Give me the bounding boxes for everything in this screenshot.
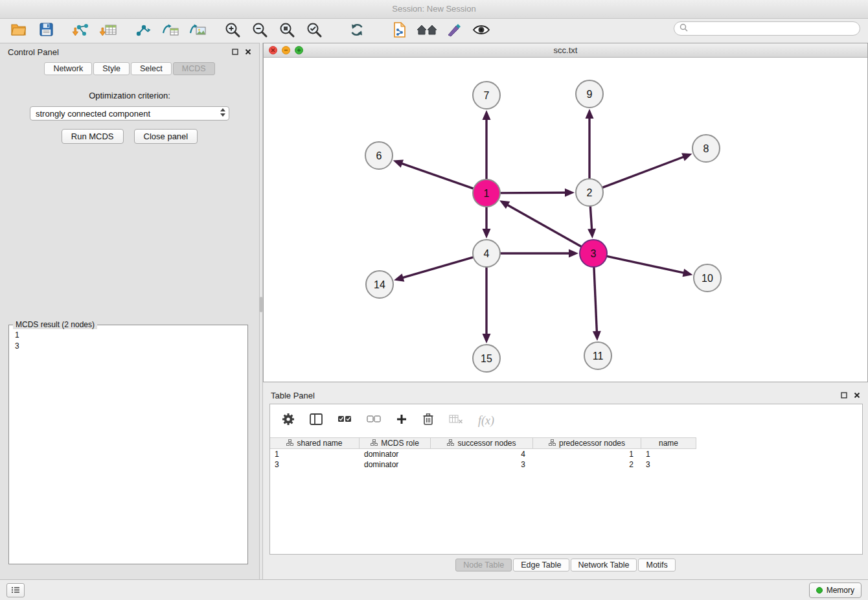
column-chooser-button[interactable] (310, 413, 323, 428)
delete-table-button[interactable] (449, 414, 463, 427)
minimize-window-button[interactable] (282, 46, 290, 54)
select-all-button[interactable] (337, 415, 352, 426)
graph-edge-3-11[interactable] (594, 267, 597, 332)
graph-node-label-3: 3 (591, 248, 597, 259)
memory-button[interactable]: Memory (809, 583, 862, 598)
new-network-button[interactable] (130, 21, 157, 41)
network-window-titlebar[interactable]: scc.txt (264, 43, 867, 58)
add-column-button[interactable] (396, 413, 407, 428)
column-label: predecessor nodes (559, 439, 625, 448)
splitter-grip[interactable] (260, 297, 262, 312)
import-network-button[interactable] (67, 21, 95, 41)
node-table: f(x) shared name MCDS role successor nod… (269, 404, 863, 555)
save-session-button[interactable] (32, 21, 60, 41)
graph-edge-3-10[interactable] (607, 256, 685, 273)
trash-icon (422, 417, 434, 428)
zoom-out-button[interactable] (246, 21, 273, 41)
cell-name[interactable]: 3 (641, 460, 696, 469)
plus-icon (396, 416, 407, 427)
search-box[interactable] (674, 21, 860, 36)
close-panel-icon[interactable] (245, 47, 251, 57)
column-header-mcds-role[interactable]: MCDS role (360, 438, 431, 448)
tab-edge-table[interactable]: Edge Table (513, 559, 569, 571)
table-settings-button[interactable] (282, 413, 295, 428)
clone-network-button[interactable] (157, 21, 184, 41)
cell-mcds-role[interactable]: dominator (360, 450, 431, 459)
window-titlebar[interactable]: Session: New Session (0, 0, 868, 19)
close-table-panel-icon[interactable] (854, 391, 860, 400)
zoom-in-icon (224, 21, 241, 41)
column-header-successor-nodes[interactable]: successor nodes (431, 438, 533, 448)
table-row[interactable]: 1 dominator 4 1 1 (270, 449, 862, 459)
graph-edge-1-6[interactable] (401, 163, 474, 189)
float-panel-icon[interactable] (232, 47, 238, 57)
checked-boxes-icon (337, 415, 352, 426)
graph-node-label-14: 14 (374, 279, 385, 290)
column-header-shared-name[interactable]: shared name (270, 438, 360, 448)
open-session-button[interactable] (5, 21, 32, 41)
cell-shared-name[interactable]: 3 (270, 460, 360, 469)
tab-mcds[interactable]: MCDS (173, 62, 215, 75)
graph-edge-arrow (483, 110, 491, 120)
tab-motifs[interactable]: Motifs (638, 559, 675, 571)
mcds-result-item: 3 (15, 341, 242, 352)
cell-successor-nodes[interactable]: 4 (431, 450, 533, 459)
tab-node-table[interactable]: Node Table (455, 559, 512, 571)
maximize-window-button[interactable] (295, 46, 303, 54)
application-window: Session: New Session (0, 0, 868, 600)
zoom-selected-button[interactable] (301, 21, 328, 41)
mcds-result-item: 1 (15, 330, 242, 341)
task-history-button[interactable] (6, 583, 25, 597)
first-neighbors-button[interactable] (413, 21, 440, 41)
graph-edge-2-3[interactable] (590, 206, 591, 230)
delete-column-button[interactable] (422, 413, 434, 428)
refresh-layout-button[interactable] (343, 21, 371, 41)
document-network-icon (392, 21, 407, 41)
network-canvas[interactable]: 7968124314101511 (264, 58, 867, 382)
graph-edge-3-1[interactable] (507, 205, 581, 247)
tab-style[interactable]: Style (93, 62, 130, 75)
tab-network-table[interactable]: Network Table (571, 559, 637, 571)
graph-edge-4-14[interactable] (402, 257, 474, 278)
graph-node-label-10: 10 (702, 273, 713, 284)
gear-icon (282, 417, 295, 428)
paint-style-button[interactable] (440, 21, 468, 41)
zoom-in-button[interactable] (219, 21, 246, 41)
run-mcds-button[interactable]: Run MCDS (62, 129, 124, 144)
import-table-button[interactable] (95, 21, 122, 41)
cell-predecessor-nodes[interactable]: 2 (533, 460, 641, 469)
close-panel-button[interactable]: Close panel (134, 129, 198, 144)
criterion-selected-value: strongly connected component (36, 109, 150, 119)
show-hide-button[interactable] (468, 21, 495, 41)
table-panel: Table Panel f(x) shared name MCDS role s… (263, 387, 868, 579)
cell-shared-name[interactable]: 1 (270, 450, 360, 459)
tab-select[interactable]: Select (131, 62, 172, 75)
tab-network[interactable]: Network (44, 62, 92, 75)
table-row[interactable]: 3 dominator 3 2 3 (270, 459, 862, 470)
export-image-button[interactable] (184, 21, 211, 41)
function-builder-button[interactable]: f(x) (478, 414, 494, 428)
mcds-result-list[interactable]: 1 3 (9, 325, 247, 356)
table-toolbar: f(x) (270, 404, 862, 437)
graph-edge-2-8[interactable] (602, 157, 685, 188)
zoom-fit-button[interactable] (273, 21, 301, 41)
float-table-panel-icon[interactable] (841, 391, 847, 400)
criterion-select[interactable]: strongly connected component (30, 106, 229, 121)
floppy-disk-icon (39, 22, 54, 40)
network-graph[interactable]: 7968124314101511 (264, 58, 867, 382)
copy-network-document-button[interactable] (386, 21, 413, 41)
cell-mcds-role[interactable]: dominator (360, 460, 431, 469)
close-window-button[interactable] (269, 46, 277, 54)
search-input[interactable] (691, 22, 860, 35)
cell-predecessor-nodes[interactable]: 1 (533, 450, 641, 459)
graph-node-label-7: 7 (484, 90, 490, 101)
graph-edge-1-2[interactable] (500, 192, 566, 193)
cell-name[interactable]: 1 (641, 450, 696, 459)
cell-successor-nodes[interactable]: 3 (431, 460, 533, 469)
control-panel-title: Control Panel (8, 47, 59, 57)
column-header-name[interactable]: name (641, 438, 696, 448)
column-header-predecessor-nodes[interactable]: predecessor nodes (533, 438, 641, 448)
network-window: scc.txt 7968124314101511 (263, 43, 868, 382)
deselect-all-button[interactable] (367, 415, 381, 426)
graph-edge-arrow (681, 153, 692, 161)
